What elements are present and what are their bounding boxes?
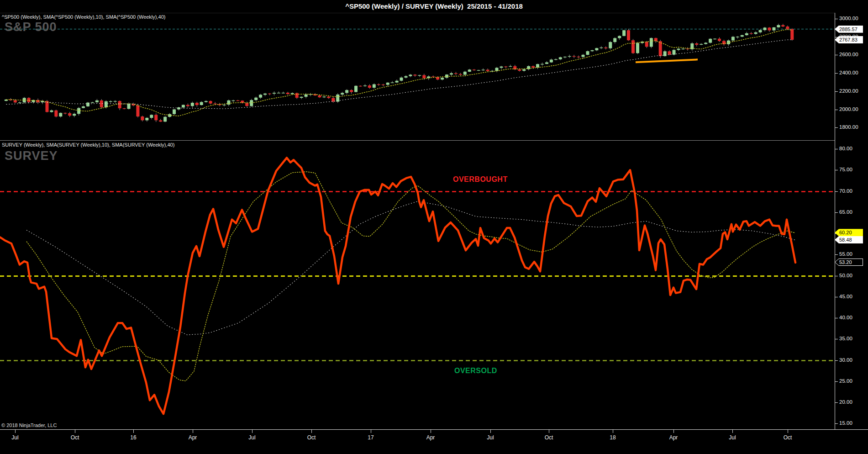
survey-watermark: SURVEY	[5, 149, 58, 163]
x-axis-label-Apr: Apr	[189, 434, 197, 441]
x-axis-label-Jul: Jul	[729, 434, 736, 441]
survey-plot[interactable]	[0, 141, 835, 430]
x-axis-label-Jul: Jul	[487, 434, 494, 441]
x-axis-label-16: 16	[130, 434, 136, 441]
chart-title: ^SP500 (Weekly) / SURVEY (Weekly) 25/201…	[0, 2, 868, 10]
x-axis-label-Apr: Apr	[426, 434, 435, 441]
x-axis-tick	[490, 430, 491, 433]
price-pane[interactable]: ^SP500 (Weekly), SMA(^SP500 (Weekly),10)…	[0, 13, 835, 140]
sp500-plot[interactable]	[0, 13, 835, 140]
x-axis-tick	[15, 430, 16, 433]
survey-pane-label: SURVEY (Weekly), SMA(SURVEY (Weekly),10)…	[2, 142, 174, 148]
x-axis-tick	[431, 430, 431, 433]
price-marker-2767.83: 2767.83	[835, 36, 863, 43]
x-axis-label-Jul: Jul	[11, 434, 18, 441]
copyright-text: © 2018 NinjaTrader, LLC	[1, 422, 57, 428]
x-axis-label-18: 18	[610, 434, 615, 441]
x-axis-tick	[788, 430, 788, 433]
x-axis-tick	[133, 430, 134, 433]
price-axis[interactable]: 3000.002800.002600.002400.002200.002000.…	[835, 13, 868, 429]
x-axis-label-Oct: Oct	[307, 434, 316, 441]
x-axis-tick	[311, 430, 312, 433]
oversold-annotation: OVERSOLD	[454, 367, 497, 375]
ninjatrader-chart-window: { "title": "^SP500 (Weekly) / SURVEY (We…	[0, 0, 868, 454]
price-marker-53.20: 53.20	[835, 259, 863, 266]
x-axis-tick	[673, 430, 674, 433]
price-pane-label: ^SP500 (Weekly), SMA(^SP500 (Weekly),10)…	[2, 14, 165, 20]
sp500-watermark: S&P 500	[5, 20, 57, 34]
x-axis-tick	[613, 430, 613, 433]
x-axis-tick	[732, 430, 733, 433]
x-axis-label-Apr: Apr	[669, 434, 678, 441]
x-axis-tick	[252, 430, 253, 433]
x-axis-tick	[75, 430, 75, 433]
survey-pane[interactable]: SURVEY (Weekly), SMA(SURVEY (Weekly),10)…	[0, 140, 835, 430]
x-axis-label-Jul: Jul	[248, 434, 255, 441]
x-axis-label-Oct: Oct	[784, 434, 792, 441]
x-axis-tick	[371, 430, 371, 433]
price-marker-58.48: 58.48	[835, 236, 863, 243]
x-axis-tick	[549, 430, 549, 433]
x-axis-tick	[193, 430, 193, 433]
x-axis-label-17: 17	[368, 434, 374, 441]
title-bar: ^SP500 (Weekly) / SURVEY (Weekly) 25/201…	[0, 0, 868, 13]
price-marker-2885.57: 2885.57	[835, 26, 863, 33]
x-axis-label-Oct: Oct	[545, 434, 553, 441]
time-axis[interactable]: JulOct16AprJulOct17AprJulOct18AprJulOct	[0, 429, 868, 454]
overbought-annotation: OVERBOUGHT	[453, 175, 508, 184]
price-marker-60.20: 60.20	[835, 229, 863, 236]
x-axis-label-Oct: Oct	[71, 434, 79, 441]
